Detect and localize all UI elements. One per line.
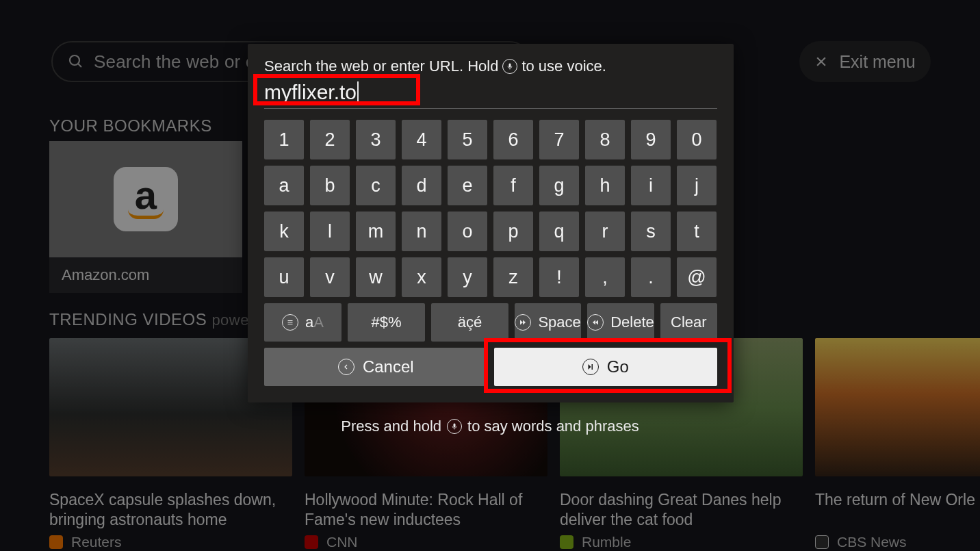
key-x[interactable]: x bbox=[402, 257, 441, 297]
key-@[interactable]: @ bbox=[677, 257, 717, 297]
key-n[interactable]: n bbox=[402, 212, 441, 251]
key-d[interactable]: d bbox=[402, 166, 441, 205]
voice-hint: Press and hold to say words and phrases bbox=[0, 418, 980, 435]
key-p[interactable]: p bbox=[493, 212, 533, 251]
video-title: Hollywood Minute: Rock Hall of Fame's ne… bbox=[305, 490, 547, 530]
key-7[interactable]: 7 bbox=[539, 120, 579, 159]
keyboard-function-row: aA #$% äçé Space Delete Clear bbox=[264, 303, 717, 342]
key-m[interactable]: m bbox=[356, 212, 396, 251]
rewind-icon bbox=[587, 314, 604, 331]
video-source: CBS News bbox=[815, 534, 980, 550]
voice-hint-prefix: Press and hold bbox=[341, 418, 441, 435]
video-source-text: CBS News bbox=[837, 534, 907, 550]
key-l[interactable]: l bbox=[310, 212, 350, 251]
video-card[interactable]: The return of New Orle Festival CBS News bbox=[815, 338, 980, 550]
svg-marker-9 bbox=[520, 320, 523, 325]
video-source: CNN bbox=[305, 534, 547, 550]
url-input[interactable]: myflixer.to bbox=[264, 81, 717, 109]
key-h[interactable]: h bbox=[585, 166, 625, 205]
key-t[interactable]: t bbox=[677, 212, 717, 251]
trending-header-text: TRENDING VIDEOS bbox=[49, 310, 207, 329]
url-input-value: myflixer.to bbox=[264, 81, 357, 103]
key-case-toggle[interactable]: aA bbox=[264, 303, 341, 342]
video-title: Door dashing Great Danes help deliver th… bbox=[560, 490, 803, 530]
prompt-prefix: Search the web or enter URL. Hold bbox=[264, 57, 498, 75]
key-e[interactable]: e bbox=[448, 166, 487, 205]
svg-rect-14 bbox=[591, 364, 593, 370]
key-2[interactable]: 2 bbox=[310, 120, 350, 159]
video-title: SpaceX capsule splashes down, bringing a… bbox=[49, 490, 292, 530]
keyboard-keys-grid: 1234567890abcdefghijklmnopqrstuvwxyz!,.@ bbox=[264, 120, 717, 297]
source-icon bbox=[305, 535, 318, 549]
key-v[interactable]: v bbox=[310, 257, 350, 297]
search-icon bbox=[68, 53, 84, 70]
svg-line-1 bbox=[78, 64, 81, 67]
key-u[interactable]: u bbox=[264, 257, 304, 297]
svg-marker-11 bbox=[595, 320, 598, 325]
go-button[interactable]: Go bbox=[494, 348, 718, 386]
video-title: The return of New Orle Festival bbox=[815, 490, 980, 530]
key-clear[interactable]: Clear bbox=[660, 303, 717, 342]
key-f[interactable]: f bbox=[493, 166, 533, 205]
bookmarks-header: YOUR BOOKMARKS bbox=[49, 116, 212, 136]
key-8[interactable]: 8 bbox=[585, 120, 625, 159]
exit-menu-button[interactable]: Exit menu bbox=[799, 41, 931, 82]
key-9[interactable]: 9 bbox=[631, 120, 671, 159]
video-source: Reuters bbox=[49, 534, 292, 550]
mic-icon bbox=[447, 419, 462, 434]
key-0[interactable]: 0 bbox=[677, 120, 717, 159]
key-z[interactable]: z bbox=[493, 257, 533, 297]
voice-hint-suffix: to say words and phrases bbox=[467, 418, 639, 435]
key-![interactable]: ! bbox=[539, 257, 579, 297]
bookmark-tile[interactable]: a Amazon.com bbox=[49, 141, 242, 293]
key-g[interactable]: g bbox=[539, 166, 579, 205]
svg-marker-12 bbox=[593, 320, 595, 325]
svg-marker-13 bbox=[588, 364, 591, 370]
back-icon bbox=[338, 359, 354, 375]
video-source-text: CNN bbox=[326, 534, 358, 550]
key-delete-label: Delete bbox=[610, 313, 654, 331]
amazon-logo: a bbox=[114, 167, 178, 231]
mic-icon bbox=[502, 59, 517, 74]
svg-marker-10 bbox=[523, 320, 526, 325]
menu-icon bbox=[282, 314, 298, 331]
key-b[interactable]: b bbox=[310, 166, 350, 205]
go-label: Go bbox=[607, 357, 629, 376]
key-space-label: Space bbox=[538, 313, 580, 331]
cancel-button[interactable]: Cancel bbox=[264, 348, 488, 386]
key-i[interactable]: i bbox=[631, 166, 671, 205]
close-icon bbox=[814, 55, 828, 68]
bookmark-thumbnail: a bbox=[49, 141, 242, 257]
key-y[interactable]: y bbox=[448, 257, 487, 297]
key-k[interactable]: k bbox=[264, 212, 304, 251]
video-thumbnail bbox=[815, 338, 980, 476]
key-1[interactable]: 1 bbox=[264, 120, 304, 159]
video-source: Rumble bbox=[560, 534, 803, 550]
key-w[interactable]: w bbox=[356, 257, 396, 297]
key-delete[interactable]: Delete bbox=[587, 303, 654, 342]
key-j[interactable]: j bbox=[677, 166, 717, 205]
key-r[interactable]: r bbox=[585, 212, 625, 251]
source-icon bbox=[49, 535, 63, 549]
key-accents[interactable]: äçé bbox=[431, 303, 508, 342]
onscreen-keyboard-modal: Search the web or enter URL. Hold to use… bbox=[248, 44, 734, 402]
svg-rect-4 bbox=[509, 64, 511, 68]
key-space[interactable]: Space bbox=[515, 303, 581, 342]
key-,[interactable]: , bbox=[585, 257, 625, 297]
key-3[interactable]: 3 bbox=[356, 120, 396, 159]
bookmark-caption: Amazon.com bbox=[49, 257, 242, 293]
prompt-suffix: to use voice. bbox=[521, 57, 606, 75]
svg-point-0 bbox=[70, 55, 79, 65]
key-q[interactable]: q bbox=[539, 212, 579, 251]
key-a[interactable]: a bbox=[264, 166, 304, 205]
video-source-text: Reuters bbox=[71, 534, 122, 550]
key-6[interactable]: 6 bbox=[493, 120, 533, 159]
exit-menu-label: Exit menu bbox=[839, 52, 915, 72]
key-o[interactable]: o bbox=[448, 212, 487, 251]
key-s[interactable]: s bbox=[631, 212, 671, 251]
key-.[interactable]: . bbox=[631, 257, 671, 297]
key-5[interactable]: 5 bbox=[448, 120, 487, 159]
key-symbols[interactable]: #$% bbox=[348, 303, 425, 342]
key-c[interactable]: c bbox=[356, 166, 396, 205]
key-4[interactable]: 4 bbox=[402, 120, 441, 159]
